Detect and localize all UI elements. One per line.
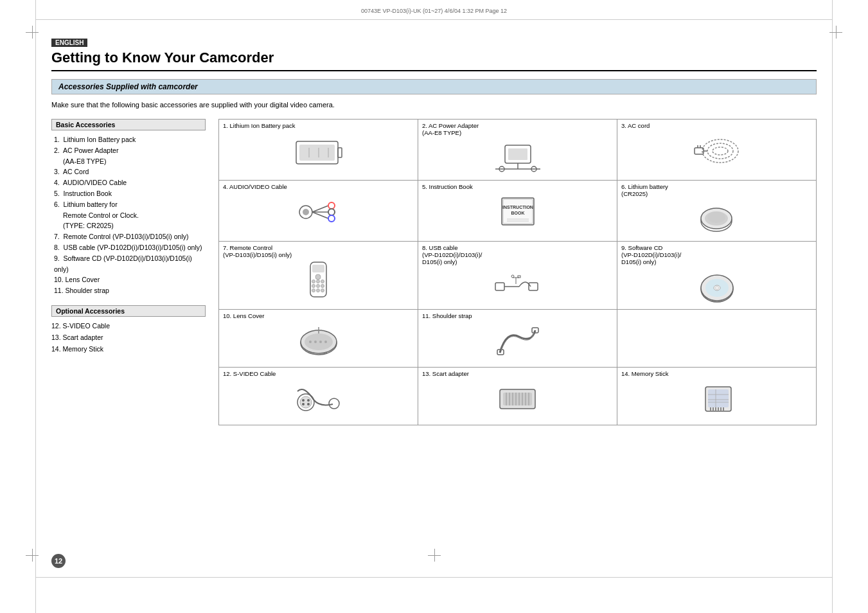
cell-label-scart: 13. Scart adapter (422, 370, 613, 377)
svg-rect-80 (503, 393, 532, 405)
list-item: 4. AUDIO/VIDEO Cable (51, 177, 206, 188)
usb-cable-image (422, 268, 613, 306)
section-subtitle: Accessories Supplied with camcorder (51, 79, 817, 94)
svg-point-66 (319, 341, 322, 343)
cell-label-ac-cord: 3. AC cord (621, 122, 812, 129)
optional-accessories-heading: Optional Accessories (51, 305, 206, 317)
reg-mark-tr (829, 26, 842, 39)
svg-point-40 (312, 280, 315, 283)
cell-label-book: 5. Instruction Book (422, 183, 613, 190)
list-item: 2. AC Power Adapter (51, 145, 206, 156)
basic-accessories-heading: Basic Accessories (51, 119, 206, 130)
svg-point-65 (314, 341, 317, 343)
cell-label-remote: 7. Remote Control(VP-D103(i)/D105(i) onl… (223, 244, 414, 258)
page-number: 12 (51, 554, 66, 568)
svg-point-25 (328, 209, 335, 215)
book-icon: INSTRUCTION BOOK (495, 195, 540, 230)
shoulder-strap-icon (493, 324, 542, 359)
svg-point-13 (707, 143, 733, 159)
svg-rect-55 (518, 276, 520, 278)
cell-label-svideo: 12. S-VIDEO Cable (223, 370, 414, 377)
list-item: 9. Software CD (VP-D102D(i)/D103(i)/D105… (51, 253, 206, 275)
svg-point-45 (321, 285, 324, 288)
shoulder-strap-image (422, 322, 613, 360)
svideo-image (223, 380, 414, 418)
svg-rect-51 (529, 283, 538, 290)
reg-mark-mc (428, 549, 441, 562)
scart-icon (493, 382, 542, 417)
svg-rect-2 (299, 145, 335, 161)
acc-cell-adapter: 2. AC Power Adapter(AA-E8 TYPE) (418, 120, 617, 181)
optional-accessories-list: 12. S-VIDEO Cable 13. Scart adapter 14. … (51, 321, 206, 355)
acc-cell-av-cable: 4. AUDIO/VIDEO Cable (219, 181, 418, 242)
svg-point-20 (303, 209, 309, 215)
right-column: 1. Lithium Ion Battery pack (218, 119, 817, 425)
lens-cover-icon (296, 324, 341, 359)
acc-cell-scart: 13. Scart adapter (418, 368, 617, 425)
acc-cell-book: 5. Instruction Book INSTRUCTION BOOK (418, 181, 617, 242)
svg-point-74 (302, 399, 305, 402)
list-item: 11. Shoulder strap (51, 285, 206, 296)
page-title: Getting to Know Your Camcorder (51, 49, 817, 71)
list-item: 14. Memory Stick (51, 344, 206, 355)
adapter-icon (492, 142, 544, 174)
right-margin-line (832, 0, 833, 613)
list-item: 8. USB cable (VP-D102D(i)/D103(i)/D105(i… (51, 242, 206, 253)
svg-point-44 (317, 285, 320, 288)
cell-label-lens-cover: 10. Lens Cover (223, 312, 414, 319)
svg-line-23 (312, 212, 328, 218)
reg-mark-tl (26, 26, 39, 39)
acc-cell-battery: 1. Lithium Ion Battery pack (219, 120, 418, 181)
svg-point-60 (715, 286, 719, 289)
table-row: 10. Lens Cover (219, 310, 817, 368)
svg-point-41 (317, 280, 320, 283)
svg-point-43 (312, 285, 315, 288)
left-column: Basic Accessories 1. Lithium Ion Battery… (51, 119, 206, 425)
svg-rect-1 (338, 148, 342, 157)
top-margin-line (35, 19, 833, 20)
lens-cover-image (223, 322, 414, 360)
list-item: 3. AC Cord (51, 166, 206, 177)
cell-label-usb: 8. USB cable(VP-D102D(i)/D103(i)/D105(i)… (422, 244, 613, 265)
list-item: 10. Lens Cover (51, 274, 206, 285)
basic-accessories-list: 1. Lithium Ion Battery pack 2. AC Power … (51, 134, 206, 296)
table-row: 7. Remote Control(VP-D103(i)/D105(i) onl… (219, 242, 817, 310)
acc-cell-memory-stick: 14. Memory Stick (617, 368, 817, 425)
list-item: 7. Remote Control (VP-D103(i)/D105(i) on… (51, 231, 206, 242)
acc-cell-ac-cord: 3. AC cord (617, 120, 817, 181)
page-container: 00743E VP-D103(i)-UK (01~27) 4/6/04 1:32… (0, 0, 868, 613)
svg-point-14 (713, 147, 728, 155)
cd-image (621, 268, 812, 306)
left-margin-line (35, 0, 36, 613)
acc-cell-usb: 8. USB cable(VP-D102D(i)/D103(i)/D105(i)… (418, 242, 617, 310)
acc-cell-svideo: 12. S-VIDEO Cable (219, 368, 418, 425)
intro-text: Make sure that the following basic acces… (51, 101, 817, 109)
svg-rect-90 (708, 389, 729, 407)
list-item: (TYPE: CR2025) (51, 220, 206, 231)
cell-label-battery: 1. Lithium Ion Battery pack (223, 122, 414, 129)
acc-cell-shoulder-strap: 11. Shoulder strap (418, 310, 617, 368)
memory-stick-icon (693, 382, 741, 417)
list-item: 13. Scart adapter (51, 332, 206, 344)
acc-cell-remote: 7. Remote Control(VP-D103(i)/D105(i) onl… (219, 242, 418, 310)
list-item: Remote Control or Clock. (51, 210, 206, 221)
table-row: 4. AUDIO/VIDEO Cable (219, 181, 817, 242)
cell-label-coin-battery: 6. Lithium battery(CR2025) (621, 183, 812, 197)
svg-point-39 (315, 274, 321, 280)
ac-cord-image (621, 132, 812, 170)
adapter-image (422, 139, 613, 177)
file-reference: 00743E VP-D103(i)-UK (01~27) 4/6/04 1:32… (361, 8, 507, 14)
svg-rect-49 (495, 283, 504, 290)
svideo-icon (294, 382, 342, 417)
list-item: 6. Lithium battery for (51, 199, 206, 210)
coin-battery-image (621, 200, 812, 238)
accessories-grid: 1. Lithium Ion Battery pack (218, 119, 817, 425)
cd-icon (698, 270, 736, 305)
cell-label-memory-stick: 14. Memory Stick (621, 370, 812, 377)
acc-cell-coin-battery: 6. Lithium battery(CR2025) (617, 181, 817, 242)
english-badge: ENGLISH (51, 39, 87, 47)
cell-label-av-cable: 4. AUDIO/VIDEO Cable (223, 183, 414, 190)
book-image: INSTRUCTION BOOK (422, 193, 613, 231)
av-cable-icon (293, 196, 344, 228)
svg-point-76 (302, 403, 305, 405)
